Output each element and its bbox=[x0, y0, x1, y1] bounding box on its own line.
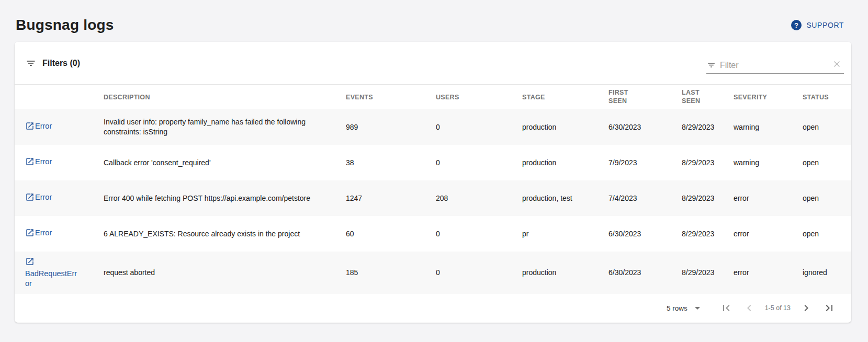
column-header-first-seen: FIRST SEEN bbox=[608, 85, 682, 109]
error-name: Error bbox=[35, 157, 52, 166]
help-icon: ? bbox=[791, 20, 802, 30]
first-seen-cell: 6/30/2023 bbox=[608, 109, 682, 145]
status-cell: ignored bbox=[803, 252, 851, 294]
severity-cell: warning bbox=[734, 109, 803, 145]
pagination-range: 1-5 of 13 bbox=[765, 304, 791, 312]
filters-label: Filters (0) bbox=[42, 59, 80, 68]
status-cell: open bbox=[803, 145, 851, 180]
last-seen-cell: 8/29/2023 bbox=[682, 252, 734, 294]
rows-per-page-select[interactable]: 5 rows bbox=[667, 304, 700, 312]
last-seen-cell: 8/29/2023 bbox=[682, 109, 734, 145]
stage-cell: production bbox=[522, 252, 608, 294]
table-header: DESCRIPTION EVENTS USERS STAGE FIRST SEE… bbox=[15, 85, 851, 109]
users-cell: 0 bbox=[436, 252, 522, 294]
users-cell: 0 bbox=[436, 109, 522, 145]
chevron-down-icon bbox=[695, 307, 700, 310]
error-name: Error bbox=[35, 229, 52, 237]
first-seen-cell: 7/4/2023 bbox=[608, 180, 682, 216]
events-cell: 989 bbox=[346, 109, 436, 145]
filters-toggle[interactable]: Filters (0) bbox=[26, 58, 80, 69]
events-cell: 1247 bbox=[346, 180, 436, 216]
previous-page-button[interactable] bbox=[738, 297, 761, 320]
table-row: Error Error 400 while fetching POST http… bbox=[15, 180, 851, 216]
severity-cell: error bbox=[734, 252, 803, 294]
stage-cell: production bbox=[522, 145, 608, 180]
support-label: SUPPORT bbox=[806, 21, 844, 29]
external-link-icon bbox=[25, 192, 35, 204]
error-name: BadRequestError bbox=[25, 269, 77, 288]
status-cell: open bbox=[803, 180, 851, 216]
column-header-last-seen: LAST SEEN bbox=[682, 85, 734, 109]
external-link-icon bbox=[25, 121, 35, 133]
next-page-button[interactable] bbox=[795, 297, 818, 320]
external-link-icon bbox=[25, 157, 35, 169]
filter-input[interactable] bbox=[720, 61, 809, 71]
users-cell: 0 bbox=[436, 145, 522, 180]
table-row: Error 6 ALREADY_EXISTS: Resource already… bbox=[15, 216, 851, 252]
error-link[interactable]: Error bbox=[25, 229, 52, 237]
bugsnag-logs-page: Bugsnag logs ? SUPPORT Filters (0) bbox=[0, 0, 868, 342]
severity-cell: error bbox=[734, 216, 803, 252]
support-link[interactable]: ? SUPPORT bbox=[791, 20, 844, 30]
first-seen-cell: 6/30/2023 bbox=[608, 252, 682, 294]
chevron-left-icon bbox=[743, 302, 756, 314]
last-seen-cell: 8/29/2023 bbox=[682, 216, 734, 252]
events-cell: 185 bbox=[346, 252, 436, 294]
column-header-users: USERS bbox=[436, 85, 522, 109]
severity-cell: warning bbox=[734, 145, 803, 180]
filter-list-icon bbox=[26, 58, 36, 69]
error-name: Error bbox=[35, 122, 52, 130]
column-header-severity: SEVERITY bbox=[734, 85, 803, 109]
clear-filter-icon[interactable] bbox=[831, 58, 843, 70]
severity-cell: error bbox=[734, 180, 803, 216]
first-page-button[interactable] bbox=[715, 297, 738, 320]
first-seen-cell: 7/9/2023 bbox=[608, 145, 682, 180]
filters-bar: Filters (0) bbox=[15, 42, 851, 85]
first-page-icon bbox=[720, 302, 732, 314]
errors-table: DESCRIPTION EVENTS USERS STAGE FIRST SEE… bbox=[15, 85, 851, 294]
error-name: Error bbox=[35, 193, 52, 201]
page-title: Bugsnag logs bbox=[16, 17, 114, 33]
table-row: Error Callback error 'consent_required' … bbox=[15, 145, 851, 180]
users-cell: 208 bbox=[436, 180, 522, 216]
error-link[interactable]: BadRequestError bbox=[25, 257, 77, 288]
column-header-events: EVENTS bbox=[346, 85, 436, 109]
logs-card: Filters (0) DESCRIPTION bbox=[15, 42, 851, 323]
error-link[interactable]: Error bbox=[25, 193, 52, 201]
description-cell: Callback error 'consent_required' bbox=[104, 145, 346, 180]
description-cell: 6 ALREADY_EXISTS: Resource already exist… bbox=[104, 216, 346, 252]
external-link-icon bbox=[25, 257, 35, 269]
status-cell: open bbox=[803, 216, 851, 252]
status-cell: open bbox=[803, 109, 851, 145]
last-page-icon bbox=[823, 302, 836, 314]
table-footer: 5 rows 1-5 of 13 bbox=[15, 294, 851, 323]
table-row: Error Invalid user info: property family… bbox=[15, 109, 851, 145]
last-page-button[interactable] bbox=[818, 297, 841, 320]
description-cell: Error 400 while fetching POST https://ap… bbox=[104, 180, 346, 216]
first-seen-cell: 6/30/2023 bbox=[608, 216, 682, 252]
description-cell: Invalid user info: property family_name … bbox=[104, 109, 346, 145]
top-bar: Bugsnag logs ? SUPPORT bbox=[0, 0, 868, 38]
column-header-status: STATUS bbox=[803, 85, 851, 109]
users-cell: 0 bbox=[436, 216, 522, 252]
description-cell: request aborted bbox=[104, 252, 346, 294]
stage-cell: production bbox=[522, 109, 608, 145]
filter-field bbox=[706, 53, 844, 74]
column-header-description: DESCRIPTION bbox=[104, 85, 346, 109]
error-link[interactable]: Error bbox=[25, 122, 52, 130]
last-seen-cell: 8/29/2023 bbox=[682, 180, 734, 216]
external-link-icon bbox=[25, 228, 35, 240]
rows-per-page-label: 5 rows bbox=[667, 304, 687, 312]
column-header-stage: STAGE bbox=[522, 85, 608, 109]
table-row: BadRequestError request aborted 185 0 pr… bbox=[15, 252, 851, 294]
chevron-right-icon bbox=[800, 302, 813, 314]
stage-cell: production, test bbox=[522, 180, 608, 216]
last-seen-cell: 8/29/2023 bbox=[682, 145, 734, 180]
column-header-name bbox=[15, 85, 104, 109]
error-link[interactable]: Error bbox=[25, 157, 52, 166]
stage-cell: pr bbox=[522, 216, 608, 252]
filter-input-icon bbox=[707, 61, 716, 70]
events-cell: 38 bbox=[346, 145, 436, 180]
events-cell: 60 bbox=[346, 216, 436, 252]
